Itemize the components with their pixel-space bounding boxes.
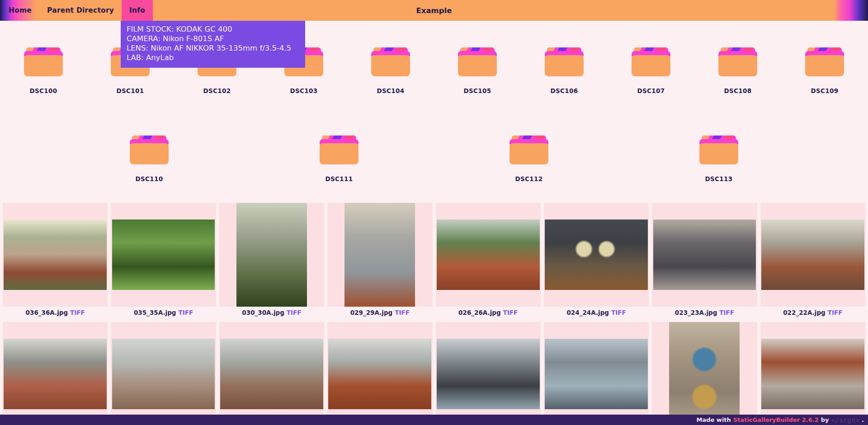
photo-tiff-link[interactable]: TIFF xyxy=(719,309,734,316)
nav-link-home[interactable]: Home xyxy=(1,0,39,21)
photo-castle-hill-over-red-roofs xyxy=(4,339,107,409)
photo-thumbnail-link[interactable] xyxy=(652,322,757,425)
photo-thumbnail-link[interactable] xyxy=(111,203,216,307)
folder-item-dsc100[interactable]: DSC100 xyxy=(22,47,65,94)
photo-tiff-link[interactable]: TIFF xyxy=(178,309,193,316)
folder-icon xyxy=(509,135,549,164)
photo-tiff-link[interactable]: TIFF xyxy=(70,309,85,316)
photo-filename-link[interactable]: 024_24A.jpg xyxy=(566,309,609,316)
gallery-row-2 xyxy=(3,322,865,425)
nav-link-parent-directory[interactable]: Parent Directory xyxy=(39,0,122,21)
folder-icon xyxy=(717,47,758,76)
top-nav-bar: HomeParent DirectoryInfo Example xyxy=(0,0,868,21)
tooltip-line-lab: LAB: AnyLab xyxy=(127,53,299,62)
folder-icon xyxy=(544,47,585,76)
folder-icon xyxy=(631,47,671,76)
photo-filename-link[interactable]: 029_29A.jpg xyxy=(350,309,393,316)
photo-caption: 030_30A.jpgTIFF xyxy=(219,307,324,318)
photo-caption: 036_36A.jpgTIFF xyxy=(3,307,108,318)
gallery-item xyxy=(436,322,541,425)
photo-caption: 026_26A.jpgTIFF xyxy=(436,307,541,318)
gallery-item: 035_35A.jpgTIFF xyxy=(111,203,216,318)
photo-filename-link[interactable]: 030_30A.jpg xyxy=(242,309,284,316)
photo-thumbnail-link[interactable] xyxy=(219,322,324,425)
footer-author-logo-link[interactable]: </srgn> xyxy=(831,416,860,424)
photo-castle-across-river xyxy=(545,339,648,409)
photo-filename-link[interactable]: 036_36A.jpg xyxy=(26,309,68,316)
photo-caption: 023_23A.jpgTIFF xyxy=(652,307,757,318)
gallery-item: 029_29A.jpgTIFF xyxy=(327,203,432,318)
folder-item-dsc106[interactable]: DSC106 xyxy=(542,47,586,94)
photo-thumbnail-link[interactable] xyxy=(3,203,108,307)
photo-filename-link[interactable]: 026_26A.jpg xyxy=(458,309,501,316)
photo-misty-city-view xyxy=(112,339,215,409)
info-tooltip: FILM STOCK: KODAK GC 400 CAMERA: Nikon F… xyxy=(121,21,305,68)
footer-builder-link[interactable]: StaticGalleryBuilder 2.6.2 xyxy=(733,416,819,423)
photo-tiff-link[interactable]: TIFF xyxy=(503,309,518,316)
folder-item-dsc112[interactable]: DSC112 xyxy=(507,135,551,182)
photo-thumbnail-link[interactable] xyxy=(219,203,324,307)
folder-label: DSC109 xyxy=(811,87,839,94)
folder-row-2: DSC110DSC111DSC112DSC113 xyxy=(0,135,868,182)
nav-link-info[interactable]: Info xyxy=(122,0,153,21)
photo-thumbnail-link[interactable] xyxy=(544,322,649,425)
gallery-item: 023_23A.jpgTIFF xyxy=(652,203,757,318)
photo-thumbnail-link[interactable] xyxy=(111,322,216,425)
folder-item-dsc108[interactable]: DSC108 xyxy=(716,47,760,94)
folder-label: DSC101 xyxy=(117,87,144,94)
folder-icon xyxy=(457,47,498,76)
photo-tiff-link[interactable]: TIFF xyxy=(287,309,302,316)
photo-tyn-church-towers-at-night xyxy=(545,220,648,290)
photo-filename-link[interactable]: 023_23A.jpg xyxy=(675,309,717,316)
gallery-item xyxy=(111,322,216,425)
photo-thumbnail-link[interactable] xyxy=(436,322,541,425)
photo-charles-bridge-statue-and-river xyxy=(437,339,540,409)
photo-thumbnail-link[interactable] xyxy=(436,203,541,307)
photo-thumbnail-link[interactable] xyxy=(652,203,757,307)
folder-item-dsc111[interactable]: DSC111 xyxy=(317,135,361,182)
photo-red-rooftops-green-hill xyxy=(437,220,540,290)
folder-item-dsc113[interactable]: DSC113 xyxy=(697,135,741,182)
folder-label: DSC110 xyxy=(136,175,163,182)
gallery-item: 036_36A.jpgTIFF xyxy=(3,203,108,318)
photo-old-town-square-buildings-crowd xyxy=(761,339,864,409)
nav-links: HomeParent DirectoryInfo xyxy=(1,0,153,21)
photo-green-foliage-closeup xyxy=(112,220,215,290)
photo-tiff-link[interactable]: TIFF xyxy=(611,309,626,316)
folder-label: DSC106 xyxy=(551,87,578,94)
gallery-item xyxy=(327,322,432,425)
footer-made-with-text: Made with xyxy=(697,416,731,423)
folder-label: DSC107 xyxy=(637,87,665,94)
folder-item-dsc104[interactable]: DSC104 xyxy=(369,47,412,94)
folder-item-dsc109[interactable]: DSC109 xyxy=(803,47,846,94)
photo-caption: 035_35A.jpgTIFF xyxy=(111,307,216,318)
photo-thumbnail-link[interactable] xyxy=(760,322,865,425)
photo-tiff-link[interactable]: TIFF xyxy=(395,309,410,316)
photo-aerial-street-view-red-roofs xyxy=(344,203,415,307)
gallery-item xyxy=(3,322,108,425)
folder-item-dsc110[interactable]: DSC110 xyxy=(127,135,171,182)
photo-rooftop-panorama xyxy=(328,339,431,409)
folder-icon xyxy=(319,135,359,164)
folder-item-dsc105[interactable]: DSC105 xyxy=(456,47,499,94)
footer-bar: Made with StaticGalleryBuilder 2.6.2 by … xyxy=(0,415,868,425)
folder-label: DSC100 xyxy=(30,87,57,94)
photo-filename-link[interactable]: 035_35A.jpg xyxy=(134,309,176,316)
folder-icon xyxy=(804,47,845,76)
footer-by-text: by xyxy=(821,416,829,423)
folder-label: DSC113 xyxy=(705,175,733,182)
footer-period: . xyxy=(862,416,864,423)
photo-muted-city-panorama xyxy=(220,339,323,409)
photo-thumbnail-link[interactable] xyxy=(3,322,108,425)
folder-icon xyxy=(698,135,739,164)
gallery-item xyxy=(544,322,649,425)
photo-tiff-link[interactable]: TIFF xyxy=(828,309,843,316)
photo-thumbnail-link[interactable] xyxy=(544,203,649,307)
folder-label: DSC105 xyxy=(464,87,491,94)
folder-item-dsc107[interactable]: DSC107 xyxy=(629,47,673,94)
photo-thumbnail-link[interactable] xyxy=(760,203,865,307)
photo-filename-link[interactable]: 022_22A.jpg xyxy=(783,309,826,316)
photo-thumbnail-link[interactable] xyxy=(327,203,432,307)
photo-thumbnail-link[interactable] xyxy=(327,322,432,425)
photo-caption: 022_22A.jpgTIFF xyxy=(760,307,865,318)
